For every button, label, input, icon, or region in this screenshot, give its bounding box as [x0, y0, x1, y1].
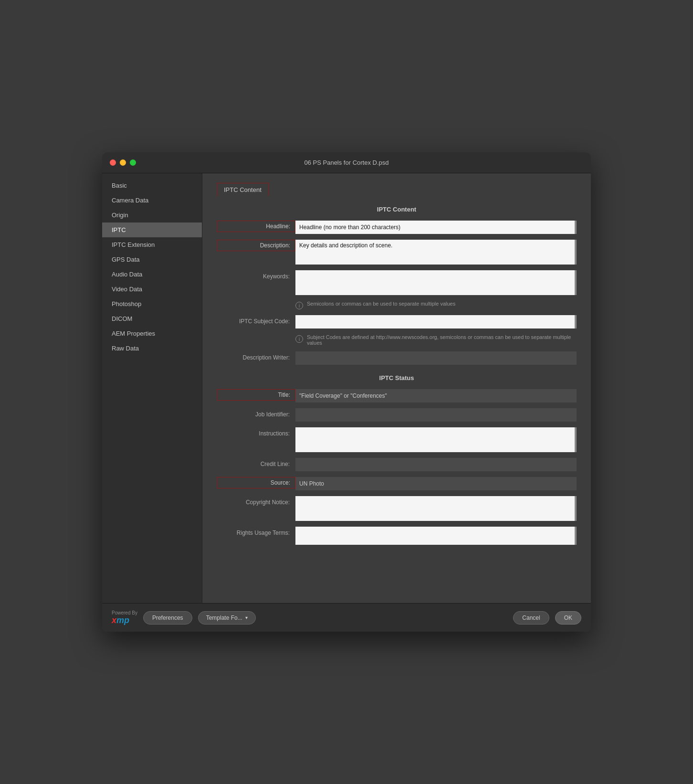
credit-line-input[interactable] — [295, 458, 577, 471]
close-button[interactable] — [110, 159, 116, 166]
titlebar: 06 PS Panels for Cortex D.psd — [102, 152, 591, 173]
content-area: IPTC Content IPTC Content Headline: Desc… — [202, 173, 591, 603]
window-title: 06 PS Panels for Cortex D.psd — [304, 159, 388, 166]
headline-label: Headline: — [217, 221, 295, 232]
headline-input[interactable] — [295, 221, 577, 234]
sidebar-item-raw-data[interactable]: Raw Data — [102, 341, 202, 356]
title-row: Title: — [217, 389, 577, 403]
copyright-notice-input[interactable] — [295, 496, 577, 521]
sidebar-item-gps-data[interactable]: GPS Data — [102, 252, 202, 267]
tab-iptc-content[interactable]: IPTC Content — [217, 183, 269, 196]
minimize-button[interactable] — [120, 159, 126, 166]
traffic-lights — [110, 159, 136, 166]
template-button[interactable]: Template Fo... ▾ — [198, 611, 256, 625]
description-row: Description: Key details and description… — [217, 240, 577, 265]
cancel-button[interactable]: Cancel — [513, 611, 549, 625]
keywords-info-icon: i — [295, 302, 303, 309]
description-label: Description: — [217, 240, 295, 251]
keywords-input[interactable] — [295, 270, 577, 295]
instructions-input[interactable] — [295, 427, 577, 452]
sidebar: Basic Camera Data Origin IPTC IPTC Exten… — [102, 173, 202, 603]
description-writer-input[interactable] — [295, 351, 577, 365]
iptc-subject-code-info-icon: i — [295, 335, 303, 343]
sidebar-item-aem-properties[interactable]: AEM Properties — [102, 326, 202, 341]
instructions-row: Instructions: — [217, 427, 577, 452]
keywords-row: Keywords: — [217, 270, 577, 295]
description-writer-row: Description Writer: — [217, 351, 577, 365]
source-label: Source: — [217, 477, 295, 488]
xmp-logo: xmp — [112, 615, 129, 625]
main-layout: Basic Camera Data Origin IPTC IPTC Exten… — [102, 173, 591, 603]
powered-by: Powered By xmp — [112, 610, 137, 625]
maximize-button[interactable] — [130, 159, 136, 166]
copyright-notice-row: Copyright Notice: — [217, 496, 577, 521]
job-identifier-label: Job Identifier: — [217, 408, 295, 418]
instructions-label: Instructions: — [217, 427, 295, 437]
ok-button[interactable]: OK — [555, 611, 581, 625]
rights-usage-terms-row: Rights Usage Terms: — [217, 527, 577, 545]
credit-line-row: Credit Line: — [217, 458, 577, 471]
title-input[interactable] — [295, 389, 577, 403]
description-input[interactable]: Key details and description of scene. — [295, 240, 577, 265]
rights-usage-terms-label: Rights Usage Terms: — [217, 527, 295, 536]
iptc-subject-code-row: IPTC Subject Code: — [217, 315, 577, 328]
description-writer-label: Description Writer: — [217, 351, 295, 361]
keywords-info-text: Semicolons or commas can be used to sepa… — [307, 301, 577, 307]
iptc-status-section-title: IPTC Status — [217, 374, 577, 381]
sidebar-item-basic[interactable]: Basic — [102, 178, 202, 193]
sidebar-item-dicom[interactable]: DICOM — [102, 311, 202, 326]
rights-usage-terms-input[interactable] — [295, 527, 577, 545]
preferences-button[interactable]: Preferences — [143, 611, 192, 625]
credit-line-label: Credit Line: — [217, 458, 295, 467]
source-input[interactable] — [295, 477, 577, 490]
sidebar-item-audio-data[interactable]: Audio Data — [102, 267, 202, 282]
iptc-subject-code-info-text: Subject Codes are defined at http://www.… — [307, 334, 577, 346]
chevron-down-icon: ▾ — [245, 615, 248, 620]
bottom-bar: Powered By xmp Preferences Template Fo..… — [102, 603, 591, 632]
sidebar-item-iptc[interactable]: IPTC — [102, 222, 202, 237]
iptc-subject-code-input[interactable] — [295, 315, 577, 328]
iptc-content-section-title: IPTC Content — [217, 206, 577, 213]
copyright-notice-label: Copyright Notice: — [217, 496, 295, 506]
sidebar-item-camera-data[interactable]: Camera Data — [102, 193, 202, 208]
application-window: 06 PS Panels for Cortex D.psd Basic Came… — [102, 152, 591, 632]
sidebar-item-iptc-extension[interactable]: IPTC Extension — [102, 237, 202, 252]
iptc-subject-code-info-row: i Subject Codes are defined at http://ww… — [217, 334, 577, 346]
headline-row: Headline: — [217, 221, 577, 234]
sidebar-item-photoshop[interactable]: Photoshop — [102, 297, 202, 311]
source-row: Source: — [217, 477, 577, 490]
iptc-subject-code-label: IPTC Subject Code: — [217, 315, 295, 325]
title-label: Title: — [217, 389, 295, 401]
tab-bar: IPTC Content — [217, 183, 577, 196]
powered-by-label: Powered By — [112, 610, 137, 615]
sidebar-item-origin[interactable]: Origin — [102, 208, 202, 222]
keywords-info-row: i Semicolons or commas can be used to se… — [217, 301, 577, 309]
job-identifier-input[interactable] — [295, 408, 577, 422]
sidebar-item-video-data[interactable]: Video Data — [102, 282, 202, 297]
keywords-label: Keywords: — [217, 270, 295, 280]
job-identifier-row: Job Identifier: — [217, 408, 577, 422]
